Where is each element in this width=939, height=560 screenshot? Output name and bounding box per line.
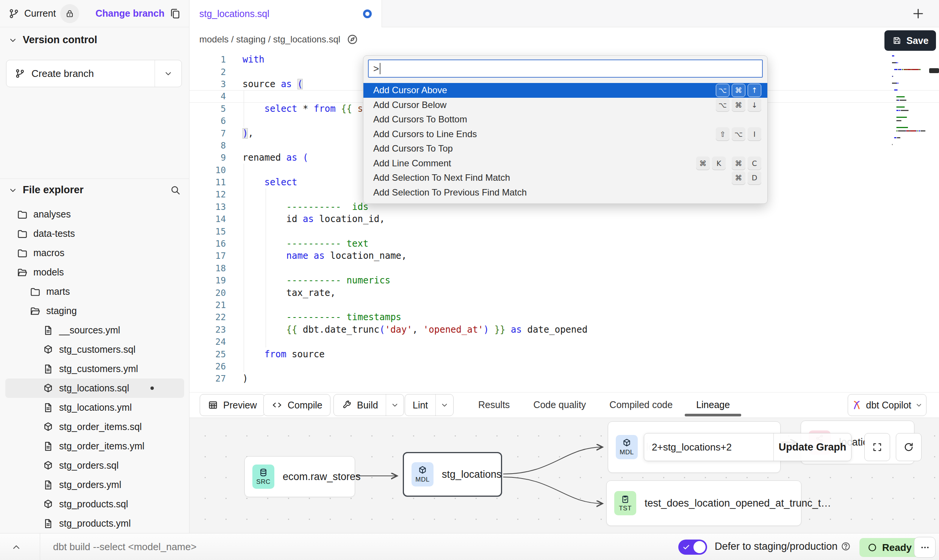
badge-text: MDL [415,476,429,483]
file-item[interactable]: stg_locations.sql [5,379,184,398]
save-button[interactable]: Save [884,30,936,51]
compile-label: Compile [288,400,322,411]
palette-item[interactable]: Add Selection To Previous Find Match [363,185,767,200]
defer-toggle[interactable] [678,540,707,555]
minimap[interactable] [890,54,925,149]
palette-item[interactable]: Add Cursor Above⌥⌘↑ [363,83,767,98]
key-cap: ⌘ [696,156,710,170]
code-line[interactable]: 17 name as location_name, [189,250,939,262]
key-cap: ↓ [748,98,761,111]
code-text: ---------- numerics [243,275,390,286]
file-item[interactable]: stg_customers.yml [5,359,184,379]
shortcut-keys: ⌘D [732,171,761,185]
search-icon[interactable] [170,185,181,196]
shortcut-keys: ⌥⌘↑ [716,84,761,97]
lineage-selector-input[interactable]: 2+stg_locations+2 [644,441,773,453]
badge-text: MDL [620,449,634,456]
line-number: 3 [189,79,243,89]
build-button[interactable]: Build [333,394,404,416]
file-item[interactable]: stg_products.sql [5,494,184,514]
fullscreen-button[interactable] [864,433,890,461]
new-tab-button[interactable] [911,7,925,20]
code-line[interactable]: 23 {{ dbt.date_trunc('day', 'opened_at')… [189,324,939,336]
file-item[interactable]: stg_locations.yml [5,398,184,417]
editor-tab-strip: stg_locations.sql [189,0,939,27]
lineage-node-test[interactable]: TST test_does_location_opened_at_trunc_t… [606,480,801,526]
palette-item[interactable]: Add Cursors to Line Ends⇧⌥I [363,127,767,142]
file-item-label: stg_locations.yml [59,402,132,413]
command-input[interactable]: dbt build --select <model_name> [53,541,197,553]
key-cap: ⌘ [732,171,745,185]
file-item[interactable]: models [5,263,184,282]
code-line[interactable]: 16 ---------- text [189,238,939,250]
code-line[interactable]: 25 from source [189,348,939,360]
code-line[interactable]: 15 [189,225,939,237]
palette-item[interactable]: Add Line Comment⌘K⌘C [363,156,767,171]
palette-item[interactable]: Add Cursor Below⌥⌘↓ [363,98,767,113]
code-text: select [243,177,297,188]
code-line[interactable]: 21 [189,299,939,311]
file-item[interactable]: data-tests [5,224,184,243]
lineage-node-stg-locations[interactable]: MDL stg_locations [403,452,502,497]
code-line[interactable]: 20 tax_rate, [189,286,939,299]
file-item[interactable]: marts [5,282,184,301]
code-line[interactable]: 22 ---------- timestamps [189,311,939,323]
lineage-canvas[interactable]: SRC ecom.raw_stores MDL stg_locations MD… [189,418,939,533]
code-line[interactable]: 26 [189,360,939,372]
tab-results[interactable]: Results [478,399,510,410]
build-dropdown[interactable] [386,394,404,416]
code-text: renamed as ( [243,152,308,163]
file-item[interactable]: stg_products.yml [5,514,184,533]
code-line[interactable]: 27) [189,372,939,385]
tab-compiled-code[interactable]: Compiled code [609,399,673,410]
preview-button[interactable]: Preview [200,394,265,416]
dbt-copilot-button[interactable]: dbt Copilot [848,394,926,416]
lint-button[interactable]: Lint [405,394,454,416]
file-item[interactable]: stg_orders.sql [5,456,184,475]
line-number: 20 [189,288,243,298]
tab-lineage[interactable]: Lineage [696,399,730,410]
code-line[interactable]: 14 id as location_id, [189,213,939,225]
code-line[interactable]: 18 [189,262,939,274]
file-item[interactable]: __sources.yml [5,321,184,340]
file-item-label: data-tests [33,228,75,239]
compile-button[interactable]: Compile [263,394,330,416]
palette-item[interactable]: Add Cursors To Top [363,141,767,156]
palette-item[interactable]: Add Selection To All Find Matches [363,200,767,204]
version-control-header[interactable]: Version control [8,34,97,46]
command-palette: > Add Cursor Above⌥⌘↑Add Cursor Below⌥⌘↓… [363,55,768,204]
file-explorer-header[interactable]: File explorer [8,184,181,196]
help-icon[interactable] [840,541,851,552]
file-item[interactable]: analyses [5,205,184,224]
more-options-button[interactable] [914,537,936,558]
line-number: 21 [189,300,243,310]
code-line[interactable]: 19 ---------- numerics [189,274,939,286]
file-item[interactable]: stg_order_items.yml [5,436,184,456]
command-palette-input[interactable]: > [368,59,763,78]
code-line[interactable]: 24 [189,336,939,348]
file-item[interactable]: stg_order_items.sql [5,417,184,436]
current-branch-label: Current [24,8,56,19]
scrollbar-thumb[interactable] [929,68,939,73]
create-branch-button[interactable]: Create branch [6,60,182,87]
file-item[interactable]: staging [5,301,184,321]
update-graph-button[interactable]: Update Graph [773,433,851,461]
change-branch-link[interactable]: Change branch [95,8,164,19]
refresh-button[interactable] [896,433,922,461]
key-cap: ⌥ [732,127,745,141]
save-label: Save [906,35,928,46]
tab-code-quality[interactable]: Code quality [533,399,586,410]
lineage-node-source[interactable]: SRC ecom.raw_stores [244,456,355,497]
palette-item[interactable]: Add Cursors To Bottom [363,112,767,127]
create-branch-dropdown[interactable] [155,60,182,87]
palette-item[interactable]: Add Selection To Next Find Match⌘D [363,171,767,185]
expand-console-button[interactable] [11,542,22,552]
tab-stg-locations[interactable]: stg_locations.sql [189,0,382,27]
file-item[interactable]: stg_customers.sql [5,340,184,359]
status-bar: dbt build --select <model_name> Defer to… [0,533,939,560]
copy-icon[interactable] [169,8,181,20]
compass-icon[interactable] [346,33,358,45]
file-item[interactable]: macros [5,243,184,263]
file-item[interactable]: stg_orders.yml [5,475,184,494]
lint-dropdown[interactable] [435,394,453,416]
